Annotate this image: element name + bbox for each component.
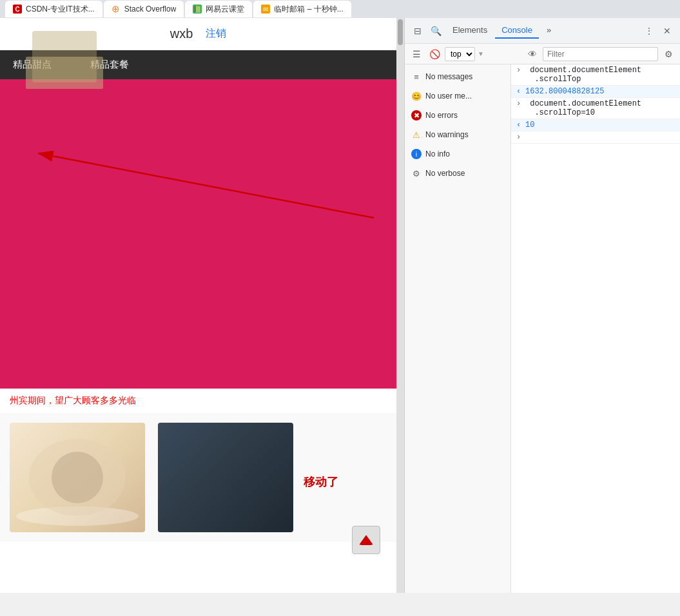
so-icon: ⊕	[112, 5, 121, 14]
product-image-2	[158, 423, 293, 532]
devtools-eye-button[interactable]: 👁	[525, 46, 540, 62]
console-line-3: › document.documentElement .scrollTop=10	[511, 98, 680, 119]
context-select-dropdown[interactable]: top	[445, 47, 475, 61]
console-line-1: › document.documentElement .scrollTop	[511, 64, 680, 86]
tab-csdn-label: CSDN-专业IT技术...	[26, 4, 95, 15]
chevron-up-icon	[356, 530, 376, 550]
console-filter-sidebar: ≡ No messages 😊 No user me... ✖ No error…	[405, 64, 511, 593]
product-image-1	[10, 423, 145, 532]
tab-mail[interactable]: ✉ 临时邮箱 – 十秒钟...	[253, 1, 351, 17]
tab-elements[interactable]: Elements	[446, 23, 494, 39]
scroll-thumb	[398, 19, 403, 45]
devtools-inspect-button[interactable]: 🔍	[428, 23, 443, 39]
devtools-dock-button[interactable]: ⊟	[410, 23, 425, 39]
tab-more[interactable]: »	[540, 23, 558, 39]
warning-icon: ⚠	[411, 130, 422, 140]
console-line-5[interactable]: ›	[511, 131, 680, 144]
info-icon: i	[411, 149, 422, 159]
tab-console[interactable]: Console	[495, 23, 539, 39]
arrow-left-1: ‹	[516, 87, 525, 96]
console-filter-input[interactable]	[543, 47, 658, 61]
filter-errors[interactable]: ✖ No errors	[405, 106, 510, 125]
arrow-right-2: ›	[516, 99, 525, 108]
devtools-sidebar-toggle[interactable]: ☰	[409, 46, 424, 62]
filter-info-label: No info	[425, 149, 450, 159]
annotation-text: 移动了	[304, 474, 338, 490]
console-output[interactable]: › document.documentElement .scrollTop ‹ …	[511, 64, 680, 593]
verbose-icon: ⚙	[411, 168, 422, 178]
tab-so-label: Stack Overflow	[124, 5, 177, 14]
filter-info[interactable]: i No info	[405, 144, 510, 164]
arrow-right-3: ›	[516, 133, 525, 142]
site-title: wxb	[170, 26, 193, 41]
browser-tabs: C CSDN-专业IT技术... ⊕ Stack Overflow 📗 网易云课…	[0, 0, 680, 18]
webpage: wxb 注销 精品甜点 精品套餐 州宾期间，望广大顾客多多光临	[0, 18, 396, 593]
scroll-to-top-button[interactable]	[352, 526, 380, 554]
console-code-1: document.documentElement .scrollTop	[525, 66, 641, 84]
wyy-icon: 📗	[193, 5, 202, 14]
filter-messages-label: No messages	[425, 72, 472, 81]
arrow-right-1: ›	[516, 66, 525, 75]
filter-messages[interactable]: ≡ No messages	[405, 67, 510, 86]
devtools-settings-button[interactable]: ⚙	[661, 46, 676, 62]
filter-user-label: No user me...	[425, 91, 472, 101]
devtools-panel: ⊟ 🔍 Elements Console » ⋮ ✕ ☰ 🚫 top ▼ 👁	[404, 18, 680, 593]
csdn-icon: C	[13, 5, 22, 14]
svg-rect-1	[361, 543, 371, 545]
console-code-2: document.documentElement .scrollTop=10	[525, 99, 641, 117]
tab-wyy-label: 网易云课堂	[206, 4, 244, 15]
devtools-context-selector: top ▼	[445, 47, 522, 61]
arrow-left-2: ‹	[516, 120, 525, 130]
tab-wyy[interactable]: 📗 网易云课堂	[185, 1, 252, 17]
console-value-2: 10	[525, 120, 534, 130]
mail-icon: ✉	[261, 5, 270, 14]
messages-icon: ≡	[411, 72, 422, 82]
devtools-filterbar: ☰ 🚫 top ▼ 👁 ⚙	[405, 44, 680, 64]
filter-warnings[interactable]: ⚠ No warnings	[405, 125, 510, 144]
console-value-1: 1632.800048828125	[525, 87, 604, 96]
filter-verbose[interactable]: ⚙ No verbose	[405, 164, 510, 183]
filter-warnings-label: No warnings	[425, 130, 469, 139]
devtools-more-button[interactable]: ⋮	[641, 23, 657, 39]
tab-csdn[interactable]: C CSDN-专业IT技术...	[5, 1, 102, 17]
vertical-scrollbar[interactable]	[396, 18, 404, 593]
promo-text: 州宾期间，望广大顾客多多光临	[0, 389, 396, 413]
red-banner	[0, 79, 396, 389]
devtools-content: ≡ No messages 😊 No user me... ✖ No error…	[405, 64, 680, 593]
error-icon: ✖	[411, 110, 422, 120]
filter-user[interactable]: 😊 No user me...	[405, 86, 510, 106]
main-area: wxb 注销 精品甜点 精品套餐 州宾期间，望广大顾客多多光临	[0, 18, 680, 593]
devtools-clear-button[interactable]: 🚫	[427, 46, 442, 62]
filter-errors-label: No errors	[425, 111, 458, 120]
user-icon: 😊	[411, 91, 422, 101]
devtools-topbar: ⊟ 🔍 Elements Console » ⋮ ✕	[405, 18, 680, 44]
tab-mail-label: 临时邮箱 – 十秒钟...	[274, 4, 343, 15]
console-line-2: ‹ 1632.800048828125	[511, 86, 680, 98]
console-line-4: ‹ 10	[511, 119, 680, 131]
tab-stackoverflow[interactable]: ⊕ Stack Overflow	[104, 1, 184, 17]
filter-verbose-label: No verbose	[425, 169, 465, 178]
devtools-close-button[interactable]: ✕	[659, 23, 675, 39]
svg-marker-0	[360, 535, 373, 544]
site-link[interactable]: 注销	[206, 27, 226, 41]
